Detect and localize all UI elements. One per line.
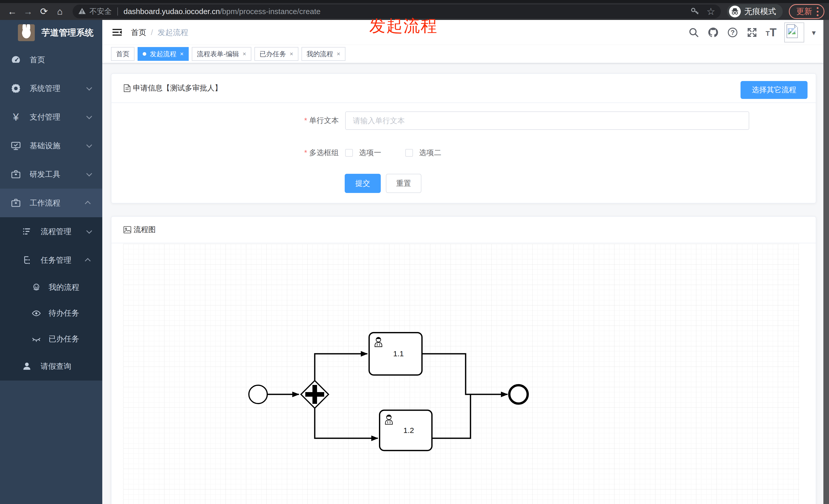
avatar-caret-icon[interactable]: ▾ [812, 28, 816, 37]
browser-menu-icon[interactable] [817, 7, 819, 16]
single-line-text-input[interactable] [345, 111, 749, 130]
chevron-up-icon [85, 258, 91, 264]
submit-button[interactable]: 提交 [345, 174, 381, 193]
avatar[interactable] [784, 23, 804, 42]
omnibox-divider [117, 7, 118, 15]
sidebar-item-devtools[interactable]: 研发工具 [0, 160, 102, 189]
sidebar-item-label: 系统管理 [30, 83, 60, 94]
flow-diagram-card-header: 流程图 [111, 217, 816, 243]
font-size-icon[interactable]: TT [766, 26, 777, 39]
app-title: 芋道管理系统 [41, 27, 94, 39]
sidebar-item-my-process[interactable]: 我的流程 [0, 274, 102, 300]
font-size-large-glyph: T [770, 26, 777, 39]
start-event [249, 385, 267, 403]
sidebar-item-workflow[interactable]: 工作流程 [0, 189, 102, 217]
sidebar-item-infrastructure[interactable]: 基础设施 [0, 131, 102, 160]
update-label: 更新 [796, 6, 812, 17]
tag-my-process[interactable]: 我的流程 × [301, 47, 346, 61]
breadcrumb-home[interactable]: 首页 [131, 27, 146, 38]
checkbox-option1-label[interactable]: 选项一 [359, 148, 381, 158]
tag-label: 已办任务 [259, 49, 286, 59]
tag-label: 我的流程 [307, 49, 333, 59]
chevron-up-icon [85, 201, 91, 207]
list-icon [21, 226, 33, 237]
page-annotation-title: 发起流程 [369, 15, 438, 37]
close-icon[interactable]: × [180, 51, 184, 57]
url-path: /bpm/process-instance/create [220, 7, 321, 15]
choose-other-process-button[interactable]: 选择其它流程 [741, 81, 807, 99]
required-mark: * [304, 149, 307, 157]
help-icon[interactable]: ? [727, 27, 738, 38]
tag-done-tasks[interactable]: 已办任务 × [254, 47, 298, 61]
end-event [509, 385, 528, 403]
card-title-text: 流程图 [134, 225, 156, 235]
close-icon[interactable]: × [243, 51, 246, 57]
user-task-1-2: 1.2 [380, 410, 432, 451]
sidebar-item-system[interactable]: 系统管理 [0, 74, 102, 103]
flow-diagram-card: 流程图 [111, 216, 816, 504]
tag-label: 首页 [116, 49, 130, 59]
app-root: 芋道管理系统 首页 系统管理 ¥ 支付管理 [0, 20, 829, 504]
bookmark-star-icon[interactable]: ☆ [707, 7, 715, 16]
main-area: 首页 / 发起流程 ? TT [102, 20, 823, 504]
reset-button[interactable]: 重置 [386, 174, 422, 193]
fullscreen-icon[interactable] [746, 27, 758, 38]
workflow-submenu: 流程管理 任务管理 我的流程 [0, 217, 102, 381]
sidebar-item-label: 任务管理 [41, 255, 71, 266]
sidebar-item-label: 工作流程 [30, 198, 60, 208]
sidebar-item-task-management[interactable]: 任务管理 [0, 246, 102, 274]
key-icon[interactable] [690, 6, 700, 17]
checkbox-option1[interactable] [345, 149, 353, 157]
github-icon[interactable] [707, 27, 719, 38]
not-secure-warning-icon [78, 7, 86, 15]
tag-home[interactable]: 首页 [111, 47, 135, 61]
forward-icon[interactable]: → [22, 5, 35, 18]
sidebar-logo-row[interactable]: 芋道管理系统 [0, 20, 102, 45]
incognito-icon [729, 6, 741, 17]
question-glyph: ? [730, 29, 735, 37]
breadcrumb-current: 发起流程 [157, 27, 188, 38]
page-scrollbar[interactable] [823, 20, 829, 504]
close-icon[interactable]: × [290, 51, 293, 57]
browser-update-button[interactable]: 更新 [789, 4, 824, 19]
sidebar-item-payment[interactable]: ¥ 支付管理 [0, 103, 102, 131]
url-text[interactable]: dashboard.yudao.iocoder.cn/bpm/process-i… [123, 7, 687, 16]
document-icon [123, 84, 131, 92]
checkbox-group-row: *多选框组 选项一 选项二 [111, 144, 816, 162]
sidebar-collapse-icon[interactable] [111, 27, 123, 38]
tag-create-process[interactable]: 发起流程 × [138, 47, 189, 61]
tag-form-edit[interactable]: 流程表单-编辑 × [192, 47, 251, 61]
home-icon[interactable]: ⌂ [53, 5, 67, 18]
tag-label: 发起流程 [150, 49, 176, 59]
sidebar-item-label: 研发工具 [30, 169, 60, 180]
sidebar-item-done-tasks[interactable]: 已办任务 [0, 326, 102, 352]
bpmn-canvas[interactable]: 1.1 1.2 [123, 244, 799, 504]
edge-task2-join [432, 394, 470, 438]
reload-icon[interactable]: ⟳ [37, 5, 50, 18]
app-logo-image [18, 24, 35, 41]
sidebar-item-label: 首页 [30, 55, 45, 65]
chevron-down-icon [86, 114, 92, 119]
chevron-down-icon [86, 171, 92, 177]
sidebar-item-home[interactable]: 首页 [0, 45, 102, 74]
sidebar-item-label: 请假查询 [41, 361, 71, 372]
sidebar-item-leave-query[interactable]: 请假查询 [0, 352, 102, 381]
checkbox-option2[interactable] [405, 149, 413, 157]
security-label[interactable]: 不安全 [89, 6, 112, 16]
incognito-badge: 无痕模式 [727, 4, 783, 19]
apply-info-card: 申请信息【测试多审批人】 选择其它流程 *单行文本 *多选框组 选项一 [111, 73, 816, 203]
close-icon[interactable]: × [337, 51, 340, 57]
incognito-label: 无痕模式 [744, 6, 776, 17]
sidebar-item-process-management[interactable]: 流程管理 [0, 217, 102, 246]
sidebar-item-label: 我的流程 [48, 282, 79, 293]
image-icon [123, 226, 132, 234]
yen-icon: ¥ [10, 111, 22, 123]
sidebar-item-todo-tasks[interactable]: 待办任务 [0, 300, 102, 326]
required-mark: * [304, 116, 307, 124]
search-icon[interactable] [688, 27, 699, 38]
browser-tab-strip [0, 0, 829, 3]
tags-view-bar: 首页 发起流程 × 流程表单-编辑 × 已办任务 × 我的流程 × [102, 45, 823, 64]
back-icon[interactable]: ← [6, 5, 19, 18]
breadcrumb: 首页 / 发起流程 [131, 20, 188, 45]
checkbox-option2-label[interactable]: 选项二 [419, 148, 441, 158]
